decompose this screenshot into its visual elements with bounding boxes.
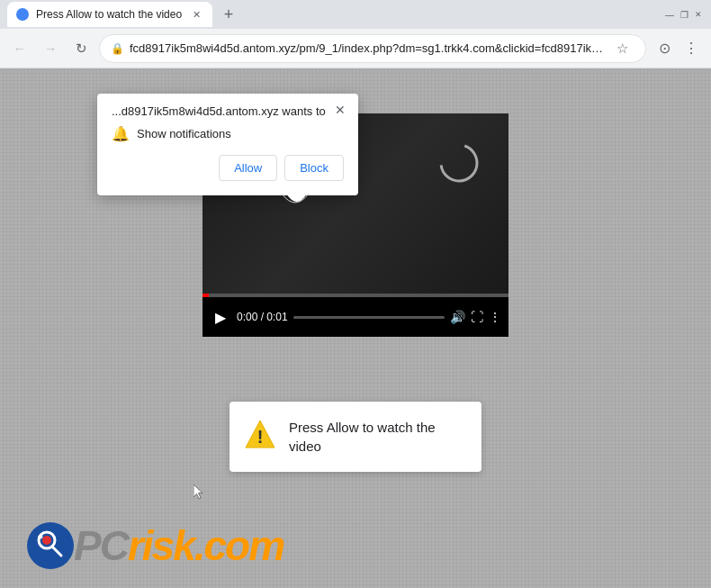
new-tab-button[interactable]: + <box>216 2 241 27</box>
video-controls: ▶ 0:00 / 0:01 🔊 ⛶ ⋮ <box>202 297 508 337</box>
reload-button[interactable]: ↻ <box>68 36 94 61</box>
block-button[interactable]: Block <box>284 155 344 181</box>
pc-text: PC <box>74 522 128 569</box>
video-volume-button[interactable]: 🔊 <box>450 310 465 324</box>
video-seekbar[interactable] <box>202 294 508 297</box>
popup-buttons: Allow Block <box>112 155 344 181</box>
toolbar-icons: ⊙ ⋮ <box>652 36 704 61</box>
svg-point-3 <box>27 522 74 569</box>
page-content: ✕ ...d8917ik5m8wi4d5d.antom.xyz wants to… <box>0 68 711 588</box>
pcrisk-icon <box>27 522 74 569</box>
warning-icon: ! <box>244 418 276 450</box>
window-titlebar: Press Allow to watch the video ✕ + <box>0 0 711 29</box>
svg-point-0 <box>441 145 477 181</box>
tab-title: Press Allow to watch the video <box>36 8 182 21</box>
warning-text: Press Allow to watch the video <box>289 418 467 456</box>
restore-button[interactable] <box>679 9 689 20</box>
svg-point-7 <box>39 535 43 539</box>
video-fullscreen-button[interactable]: ⛶ <box>471 310 483 324</box>
window-controls <box>664 9 704 20</box>
lock-icon: 🔒 <box>111 42 124 55</box>
forward-button[interactable]: → <box>38 36 63 61</box>
video-progress-bar[interactable] <box>293 316 445 319</box>
avatar-icon[interactable]: ⊙ <box>652 36 677 61</box>
minimize-button[interactable] <box>664 9 675 20</box>
mouse-cursor <box>194 484 204 501</box>
notification-popup: ✕ ...d8917ik5m8wi4d5d.antom.xyz wants to… <box>97 94 358 195</box>
video-play-button[interactable]: ▶ <box>210 309 231 326</box>
popup-arrow <box>282 194 309 212</box>
video-more-button[interactable]: ⋮ <box>489 310 501 324</box>
tab-strip: Press Allow to watch the video ✕ + <box>7 2 664 27</box>
close-button[interactable] <box>693 9 704 20</box>
video-time: 0:00 / 0:01 <box>237 311 288 323</box>
address-text: fcd8917ik5m8wi4d5d.antom.xyz/pm/9_1/inde… <box>130 41 604 55</box>
svg-point-5 <box>42 536 51 545</box>
toolbar: ← → ↻ 🔒 fcd8917ik5m8wi4d5d.antom.xyz/pm/… <box>0 29 711 68</box>
video-seekbar-row <box>202 294 508 297</box>
tab-close-button[interactable]: ✕ <box>189 7 203 22</box>
video-spinner <box>436 140 482 185</box>
bookmark-button[interactable]: ☆ <box>609 36 634 61</box>
active-tab[interactable]: Press Allow to watch the video ✕ <box>7 2 212 27</box>
pcrisk-text: PCrisk.com <box>74 521 284 570</box>
popup-site-text: ...d8917ik5m8wi4d5d.antom.xyz wants to <box>112 104 344 118</box>
allow-button[interactable]: Allow <box>219 155 277 181</box>
pcrisk-logo: PCrisk.com <box>27 521 284 570</box>
tab-favicon <box>16 8 29 21</box>
svg-text:!: ! <box>257 427 264 447</box>
back-button[interactable]: ← <box>7 36 32 61</box>
warning-box: ! Press Allow to watch the video <box>230 402 482 472</box>
popup-close-button[interactable]: ✕ <box>331 101 349 119</box>
video-seekbar-fill <box>202 294 209 297</box>
risk-text: risk.com <box>128 522 284 569</box>
permission-label: Show notifications <box>137 127 231 140</box>
bell-icon: 🔔 <box>112 125 130 142</box>
popup-permission-row: 🔔 Show notifications <box>112 125 344 142</box>
address-bar[interactable]: 🔒 fcd8917ik5m8wi4d5d.antom.xyz/pm/9_1/in… <box>99 34 646 63</box>
menu-button[interactable]: ⋮ <box>679 36 704 61</box>
